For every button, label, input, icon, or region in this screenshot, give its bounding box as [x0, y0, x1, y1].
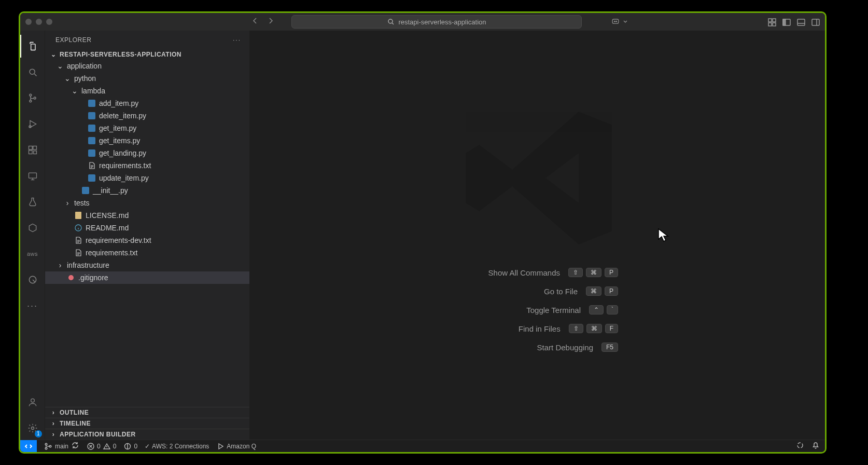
aws-activity-button[interactable]: aws: [20, 242, 45, 265]
file-label: requirements.txt: [86, 249, 137, 257]
shortcut-find-in-files: Find in Files ⇧⌘F: [456, 324, 618, 333]
file-gitignore[interactable]: .gitignore: [45, 271, 249, 284]
mouse-cursor-icon: [657, 228, 670, 243]
keycap: P: [605, 268, 618, 277]
keycap: ⌘: [586, 286, 601, 296]
file-label: get_landing.py: [99, 149, 146, 157]
sync-icon[interactable]: [71, 441, 79, 451]
file-init-py[interactable]: __init__.py: [45, 184, 249, 197]
keycap: P: [605, 286, 618, 296]
workspace-root-header[interactable]: ⌄ RESTAPI-SERVERLESS-APPLICATION: [45, 49, 249, 60]
shortcut-go-to-file: Go to File ⌘P: [456, 286, 618, 296]
explorer-more-icon[interactable]: ···: [233, 36, 241, 44]
file-tree: ⌄ application ⌄ python ⌄ lambda add_item…: [45, 60, 249, 407]
explorer-activity-button[interactable]: [20, 35, 45, 58]
svg-rect-19: [29, 146, 32, 150]
timeline-panel-header[interactable]: › TIMELINE: [45, 418, 249, 429]
file-label: requirements-dev.txt: [86, 236, 151, 244]
window-controls[interactable]: [25, 19, 52, 25]
toggle-panel-button[interactable]: [796, 17, 805, 26]
activity-bar: aws ··· 1: [20, 31, 45, 440]
file-get-landing-py[interactable]: get_landing.py: [45, 147, 249, 159]
run-debug-activity-button[interactable]: [20, 113, 45, 135]
folder-infrastructure[interactable]: › infrastructure: [45, 259, 249, 271]
welcome-shortcuts: Show All Commands ⇧⌘P Go to File ⌘P Togg…: [456, 268, 618, 352]
svg-rect-20: [33, 146, 36, 150]
folder-lambda[interactable]: ⌄ lambda: [45, 85, 249, 97]
python-file-icon: [88, 124, 96, 132]
remote-explorer-activity-button[interactable]: [20, 165, 45, 187]
folder-python[interactable]: ⌄ python: [45, 72, 249, 85]
ports-status[interactable]: 0: [123, 442, 137, 450]
file-get-items-py[interactable]: get_items.py: [45, 134, 249, 147]
more-actions-button[interactable]: ···: [20, 294, 45, 317]
command-center-search[interactable]: restapi-serverless-application: [291, 15, 582, 29]
hexagon-activity-button[interactable]: [20, 216, 45, 239]
bell-button[interactable]: [811, 441, 820, 451]
customize-layout-button[interactable]: [767, 17, 776, 26]
app-builder-panel-header[interactable]: › APPLICATION BUILDER: [45, 429, 249, 440]
close-window-icon[interactable]: [25, 19, 32, 25]
shortcut-label: Toggle Terminal: [477, 306, 581, 314]
remote-indicator[interactable]: [20, 440, 37, 452]
app-builder-label: APPLICATION BUILDER: [60, 431, 136, 438]
notifications-button[interactable]: [796, 441, 804, 451]
testing-activity-button[interactable]: [20, 190, 45, 213]
file-add-item-py[interactable]: add_item.py: [45, 97, 249, 110]
minimize-window-icon[interactable]: [36, 19, 42, 25]
aws-label: AWS: 2 Connections: [152, 443, 209, 450]
source-control-activity-button[interactable]: [20, 87, 45, 110]
amazon-q-status[interactable]: Amazon Q: [216, 442, 256, 450]
folder-label: application: [67, 62, 102, 70]
svg-rect-12: [812, 19, 819, 25]
accounts-button[interactable]: [20, 391, 45, 414]
chevron-down-icon: ⌄: [57, 62, 64, 70]
file-requirements-dev-txt[interactable]: requirements-dev.txt: [45, 234, 249, 247]
file-label: LICENSE.md: [86, 211, 129, 220]
svg-point-16: [29, 100, 31, 102]
svg-rect-22: [33, 151, 36, 154]
file-delete-item-py[interactable]: delete_item.py: [45, 110, 249, 122]
outline-label: OUTLINE: [60, 409, 89, 416]
explorer-sidebar: EXPLORER ··· ⌄ RESTAPI-SERVERLESS-APPLIC…: [45, 31, 249, 440]
git-branch-icon: [44, 442, 52, 450]
git-branch-status[interactable]: main: [44, 441, 79, 451]
extensions-activity-button[interactable]: [20, 139, 45, 161]
maximize-window-icon[interactable]: [46, 19, 52, 25]
svg-point-25: [31, 399, 34, 402]
license-file-icon: [74, 211, 82, 220]
chevron-down-icon: [623, 19, 628, 24]
amazonq-activity-button[interactable]: [20, 268, 45, 291]
python-file-icon: [88, 99, 96, 107]
shortcut-toggle-terminal: Toggle Terminal ⌃`: [456, 305, 618, 314]
folder-tests[interactable]: › tests: [45, 197, 249, 209]
svg-point-26: [31, 427, 34, 430]
bell-icon: [811, 441, 820, 449]
file-label: get_items.py: [99, 136, 140, 145]
folder-application[interactable]: ⌄ application: [45, 60, 249, 72]
info-file-icon: [74, 224, 82, 232]
outline-panel-header[interactable]: › OUTLINE: [45, 407, 249, 418]
play-icon: [216, 442, 225, 450]
file-requirements-txt-root[interactable]: requirements.txt: [45, 247, 249, 259]
aws-connections-status[interactable]: ✓ AWS: 2 Connections: [145, 443, 209, 450]
nav-forward-button[interactable]: [267, 17, 275, 28]
python-file-icon: [88, 149, 96, 157]
nav-back-button[interactable]: [251, 17, 259, 28]
file-get-item-py[interactable]: get_item.py: [45, 122, 249, 134]
copilot-chat-icon[interactable]: [610, 17, 628, 27]
svg-rect-7: [773, 23, 776, 26]
file-update-item-py[interactable]: update_item.py: [45, 172, 249, 184]
problems-status[interactable]: 0 0: [87, 442, 116, 450]
search-activity-button[interactable]: [20, 61, 45, 84]
file-readme-md[interactable]: README.md: [45, 222, 249, 234]
file-license-md[interactable]: LICENSE.md: [45, 209, 249, 222]
file-requirements-txt[interactable]: requirements.txt: [45, 159, 249, 172]
workspace-root-label: RESTAPI-SERVERLESS-APPLICATION: [60, 51, 181, 58]
toggle-secondary-sidebar-button[interactable]: [810, 17, 820, 26]
shortcut-label: Find in Files: [457, 324, 561, 333]
toggle-primary-sidebar-button[interactable]: [781, 17, 791, 26]
chevron-down-icon: ⌄: [49, 51, 58, 58]
settings-button[interactable]: 1: [20, 417, 45, 440]
svg-rect-9: [783, 19, 786, 25]
